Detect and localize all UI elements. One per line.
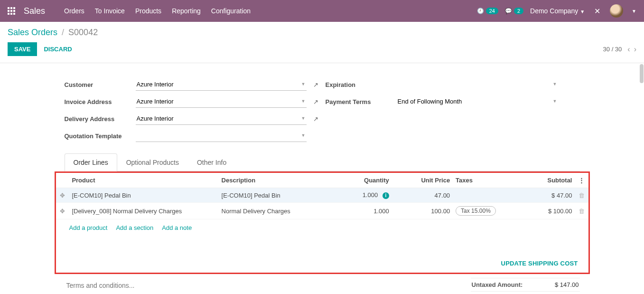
tax-chip[interactable]: Tax 15.00% <box>456 206 496 216</box>
caret-down-icon: ▼ <box>580 9 585 14</box>
payment-terms-field[interactable] <box>397 95 558 108</box>
line-qty[interactable]: 1.000 <box>336 203 392 219</box>
line-description[interactable]: Normal Delivery Charges <box>219 203 336 219</box>
col-kebab-icon[interactable]: ⋮ <box>575 173 588 188</box>
external-link-icon[interactable]: ↗ <box>307 115 326 123</box>
external-link-icon[interactable]: ↗ <box>307 81 326 88</box>
line-price[interactable]: 100.00 <box>392 203 453 219</box>
add-section-link[interactable]: Add a section <box>116 224 153 231</box>
form-sheet: Customer ▼ ↗ Expiration ▼ Invoice Addres… <box>54 72 590 294</box>
line-subtotal: $ 47.00 <box>523 188 575 203</box>
nav-orders[interactable]: Orders <box>64 7 84 15</box>
breadcrumb-root[interactable]: Sales Orders <box>8 28 57 37</box>
expiration-field[interactable] <box>397 78 558 91</box>
label-expiration: Expiration <box>326 81 397 88</box>
discard-button[interactable]: DISCARD <box>44 46 72 53</box>
nav-to-invoice[interactable]: To Invoice <box>95 7 125 15</box>
notebook-tabs: Order Lines Optional Products Other Info <box>65 153 580 171</box>
form-grid: Customer ▼ ↗ Expiration ▼ Invoice Addres… <box>65 78 580 142</box>
line-product[interactable]: [E-COM10] Pedal Bin <box>69 188 218 203</box>
line-subtotal: $ 100.00 <box>523 203 575 219</box>
col-unit-price: Unit Price <box>392 173 453 188</box>
col-taxes: Taxes <box>453 173 523 188</box>
drag-handle-icon[interactable]: ✥ <box>56 188 69 203</box>
top-navbar: Sales Orders To Invoice Products Reporti… <box>0 0 644 22</box>
form-sheet-wrap: Customer ▼ ↗ Expiration ▼ Invoice Addres… <box>0 63 644 294</box>
messages-count: 2 <box>514 8 523 14</box>
add-links-row: Add a product Add a section Add a note <box>56 219 588 260</box>
nav-reporting[interactable]: Reporting <box>172 7 201 15</box>
add-product-link[interactable]: Add a product <box>69 224 108 231</box>
pager-next-icon[interactable]: › <box>634 45 636 54</box>
untaxed-value: $ 147.00 <box>555 281 579 288</box>
external-link-icon[interactable]: ↗ <box>307 98 326 105</box>
tab-other-info[interactable]: Other Info <box>188 153 235 171</box>
trash-icon[interactable]: 🗑 <box>579 192 585 199</box>
terms-wrap: ⋰ <box>65 278 457 294</box>
app-brand[interactable]: Sales <box>24 6 45 16</box>
company-name: Demo Company <box>530 7 578 15</box>
navbar-right: 🕘 24 💬 2 Demo Company▼ ✕ ▼ <box>477 4 636 18</box>
update-shipping-row: UPDATE SHIPPING COST <box>56 260 588 273</box>
delivery-address-field[interactable] <box>136 113 307 125</box>
tab-optional-products[interactable]: Optional Products <box>117 153 188 171</box>
pager-counter[interactable]: 30 / 30 <box>603 46 622 53</box>
tab-order-lines[interactable]: Order Lines <box>65 153 117 171</box>
breadcrumb-separator: / <box>62 28 64 37</box>
nav-products[interactable]: Products <box>135 7 161 15</box>
col-subtotal: Subtotal <box>523 173 575 188</box>
user-menu-caret-icon[interactable]: ▼ <box>632 9 636 14</box>
user-avatar[interactable] <box>610 4 623 18</box>
messages-button[interactable]: 💬 2 <box>505 8 523 14</box>
activities-button[interactable]: 🕘 24 <box>477 8 498 14</box>
line-price[interactable]: 47.00 <box>392 188 453 203</box>
label-customer: Customer <box>65 81 136 88</box>
company-switcher[interactable]: Demo Company▼ <box>530 7 585 15</box>
customer-field[interactable] <box>136 78 307 91</box>
drag-handle-icon[interactable]: ✥ <box>56 203 69 219</box>
save-button[interactable]: SAVE <box>8 42 37 56</box>
line-product[interactable]: [Delivery_008] Normal Delivery Charges <box>69 203 218 219</box>
invoice-address-field[interactable] <box>136 95 307 108</box>
col-quantity: Quantity <box>336 173 392 188</box>
line-taxes[interactable]: Tax 15.00% <box>453 203 523 219</box>
apps-menu-icon[interactable] <box>8 7 15 15</box>
close-button[interactable]: ✕ <box>591 7 603 16</box>
untaxed-label: Untaxed Amount: <box>472 281 523 288</box>
order-lines-table: Product Description Quantity Unit Price … <box>56 173 588 219</box>
clock-icon: 🕘 <box>477 8 484 14</box>
line-taxes[interactable] <box>453 188 523 203</box>
col-product: Product <box>69 173 218 188</box>
terms-textarea[interactable] <box>65 278 457 294</box>
nav-configuration[interactable]: Configuration <box>211 7 251 15</box>
info-icon[interactable]: i <box>383 192 389 199</box>
nav-items: Orders To Invoice Products Reporting Con… <box>64 7 251 15</box>
activities-count: 24 <box>486 8 498 14</box>
order-line-row[interactable]: ✥ [E-COM10] Pedal Bin [E-COM10] Pedal Bi… <box>56 188 588 203</box>
label-delivery-address: Delivery Address <box>65 115 136 123</box>
line-qty[interactable]: 1.000 i <box>336 188 392 203</box>
bottom-row: ⋰ Untaxed Amount: $ 147.00 Taxes: $ 15.0… <box>65 278 580 294</box>
pager-prev-icon[interactable]: ‹ <box>627 45 630 54</box>
trash-icon[interactable]: 🗑 <box>579 208 585 215</box>
pager: 30 / 30 ‹ › <box>603 45 636 54</box>
label-payment-terms: Payment Terms <box>326 98 397 105</box>
line-description[interactable]: [E-COM10] Pedal Bin <box>219 188 336 203</box>
breadcrumb-current: S00042 <box>68 28 98 37</box>
chat-icon: 💬 <box>505 8 512 14</box>
update-shipping-button[interactable]: UPDATE SHIPPING COST <box>501 260 578 267</box>
order-lines-highlight: Product Description Quantity Unit Price … <box>55 171 590 274</box>
breadcrumb-row: Sales Orders / S00042 <box>0 22 644 38</box>
totals-box: Untaxed Amount: $ 147.00 Taxes: $ 15.00 … <box>471 278 580 294</box>
label-quotation-template: Quotation Template <box>65 133 136 140</box>
add-note-link[interactable]: Add a note <box>162 224 192 231</box>
order-line-row[interactable]: ✥ [Delivery_008] Normal Delivery Charges… <box>56 203 588 219</box>
quotation-template-field[interactable] <box>136 130 307 142</box>
scrollbar[interactable] <box>639 63 644 294</box>
breadcrumb: Sales Orders / S00042 <box>8 28 636 38</box>
col-description: Description <box>219 173 336 188</box>
label-invoice-address: Invoice Address <box>65 98 136 105</box>
action-row: SAVE DISCARD 30 / 30 ‹ › <box>0 38 644 63</box>
